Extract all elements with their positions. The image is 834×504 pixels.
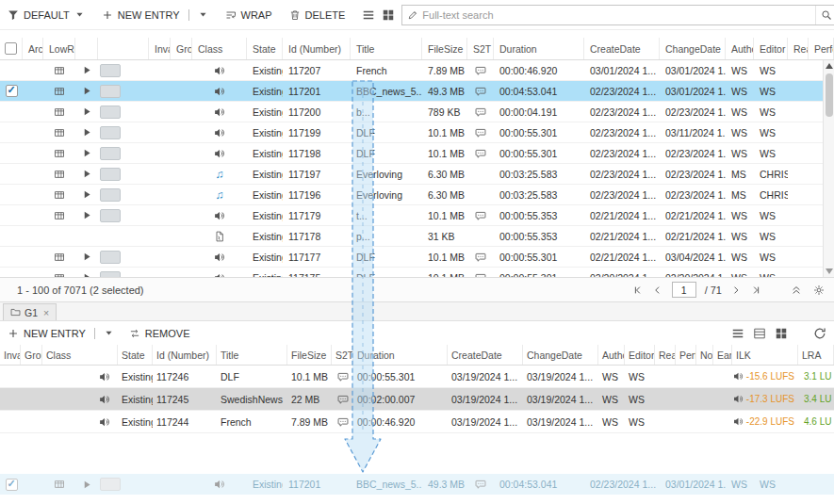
col-grou[interactable]: Grou <box>171 38 192 59</box>
thumbnail[interactable] <box>100 126 121 139</box>
tab-g1[interactable]: G1 × <box>3 303 57 320</box>
col-class[interactable]: Class <box>42 345 118 365</box>
list-view-icon[interactable] <box>362 8 375 22</box>
col-ears[interactable]: Ears <box>713 345 732 365</box>
first-page-button[interactable] <box>632 285 644 296</box>
col-archi[interactable]: Archi <box>23 38 43 59</box>
col-state[interactable]: State <box>118 345 153 365</box>
col-s2t[interactable]: S2T <box>467 38 494 59</box>
play-icon[interactable] <box>82 189 92 200</box>
play-icon[interactable] <box>82 86 92 96</box>
col-id[interactable]: Id (Number) <box>153 345 217 365</box>
editor-cell: WS <box>754 86 788 97</box>
table-row[interactable]: Existing 117198 DLF 10.1 MB 00:00:55.301… <box>0 143 834 164</box>
row-checkbox[interactable] <box>6 85 18 97</box>
table-row[interactable]: Existing 117244 French 7.89 MB 00:00:46.… <box>0 411 834 433</box>
table-row[interactable]: Existing 117178 p... 31 KB 00:00:55.353 … <box>0 226 834 247</box>
col-filesize[interactable]: FileSize <box>287 345 332 365</box>
play-icon[interactable] <box>82 65 92 75</box>
col-read[interactable]: Read <box>788 38 809 59</box>
col-filesize[interactable]: FileSize <box>422 38 467 59</box>
thumbnail[interactable] <box>100 147 121 160</box>
col-createdate[interactable]: CreateDate <box>448 345 523 365</box>
new-entry-button[interactable]: NEW ENTRY <box>102 9 208 21</box>
thumbnail[interactable] <box>100 168 121 181</box>
col-id[interactable]: Id (Number) <box>283 38 351 59</box>
table-row[interactable]: Existing 117175 DLF 10.1 MB 00:00:55.301… <box>0 268 834 277</box>
col-perfe[interactable]: Perfe <box>676 345 696 365</box>
table-row[interactable]: Existing 117179 t... 10.1 MB 00:00:55.35… <box>0 205 834 226</box>
col-read[interactable]: Read <box>655 345 676 365</box>
collapse-icon[interactable] <box>791 285 802 296</box>
table-row[interactable]: Existing 117200 b... 789 KB 00:00:04.191… <box>0 102 834 122</box>
col-inval[interactable]: Inval <box>0 345 21 365</box>
thumbnail[interactable] <box>100 106 121 119</box>
gear-icon[interactable] <box>813 285 825 296</box>
play-icon[interactable] <box>82 127 92 138</box>
col-changedate[interactable]: ChangeDate <box>660 38 726 59</box>
col-lowres[interactable]: LowRes <box>43 38 75 59</box>
vertical-scrollbar[interactable] <box>823 60 834 277</box>
delete-button[interactable]: DELETE <box>289 9 346 21</box>
bottom-new-entry-button[interactable]: NEW ENTRY <box>8 328 114 339</box>
scroll-up-icon[interactable] <box>826 63 833 69</box>
table-row[interactable]: Existing 117196 Everloving 6.30 MB 00:03… <box>0 185 834 205</box>
col-lra[interactable]: LRA <box>798 345 834 365</box>
table-row[interactable]: Existing 117207 French 7.89 MB 00:00:46.… <box>0 60 834 81</box>
filter-default-button[interactable]: DEFAULT <box>8 9 85 21</box>
col-author[interactable]: Author <box>726 38 754 59</box>
scrollbar-thumb[interactable] <box>826 73 833 117</box>
col-s2t[interactable]: S2T <box>332 345 353 365</box>
header-checkbox-cell[interactable] <box>0 38 23 59</box>
col-inval[interactable]: Inval <box>149 38 171 59</box>
col-grou[interactable]: Grou <box>21 345 42 365</box>
col-title[interactable]: Title <box>351 38 422 59</box>
col-nodi[interactable]: NoDi <box>696 345 713 365</box>
col-duration[interactable]: Duration <box>494 38 584 59</box>
page-input[interactable] <box>672 282 696 298</box>
col-class[interactable]: Class <box>192 38 247 59</box>
col-perfe[interactable]: Perfe <box>809 38 834 59</box>
col-duration[interactable]: Duration <box>353 345 448 365</box>
thumbnail[interactable] <box>100 209 121 222</box>
col-state[interactable]: State <box>247 38 283 59</box>
id-cell: 117196 <box>283 189 351 201</box>
list-view-icon[interactable] <box>731 327 744 340</box>
thumbnail[interactable] <box>100 251 121 264</box>
table-row[interactable]: Existing 117246 DLF 10.1 MB 00:00:55.301… <box>0 366 834 388</box>
search-button[interactable] <box>815 6 834 24</box>
rows-view-icon[interactable] <box>753 327 766 340</box>
search-input[interactable] <box>418 9 815 21</box>
col-title[interactable]: Title <box>217 345 287 365</box>
play-icon[interactable] <box>82 169 92 179</box>
select-all-checkbox[interactable] <box>5 42 17 55</box>
next-page-button[interactable] <box>730 285 742 296</box>
grid-view-icon[interactable] <box>775 327 788 340</box>
table-row[interactable]: Existing 117177 DLF 10.1 MB 00:00:55.301… <box>0 247 834 268</box>
thumbnail[interactable] <box>100 188 121 202</box>
table-row[interactable]: Existing 117199 DLF 10.1 MB 00:00:55.301… <box>0 122 834 143</box>
col-editor[interactable]: Editor <box>625 345 655 365</box>
play-icon[interactable] <box>82 148 92 158</box>
col-author[interactable]: Author <box>598 345 625 365</box>
thumbnail[interactable] <box>100 64 121 77</box>
table-row[interactable]: Existing 117245 SwedishNews 22 MB 00:02:… <box>0 388 834 411</box>
play-icon[interactable] <box>82 106 92 117</box>
table-row[interactable]: Existing 117197 Everloving 6.30 MB 00:03… <box>0 164 834 185</box>
col-ilk[interactable]: ILK <box>732 345 798 365</box>
remove-button[interactable]: REMOVE <box>129 328 190 339</box>
col-createdate[interactable]: CreateDate <box>584 38 660 59</box>
thumbnail[interactable] <box>100 85 121 98</box>
prev-page-button[interactable] <box>652 285 663 296</box>
play-icon[interactable] <box>82 252 92 262</box>
close-icon[interactable]: × <box>43 307 49 318</box>
col-changedate[interactable]: ChangeDate <box>523 345 598 365</box>
play-icon[interactable] <box>82 210 92 220</box>
refresh-icon[interactable] <box>813 327 826 340</box>
scroll-down-icon[interactable] <box>826 268 833 274</box>
last-page-button[interactable] <box>750 285 761 296</box>
col-editor[interactable]: Editor <box>754 38 788 59</box>
table-row[interactable]: Existing 117201 BBC_news_5... 49.3 MB 00… <box>0 81 834 102</box>
wrap-toggle[interactable]: WRAP <box>225 9 272 21</box>
grid-view-icon[interactable] <box>382 8 395 22</box>
